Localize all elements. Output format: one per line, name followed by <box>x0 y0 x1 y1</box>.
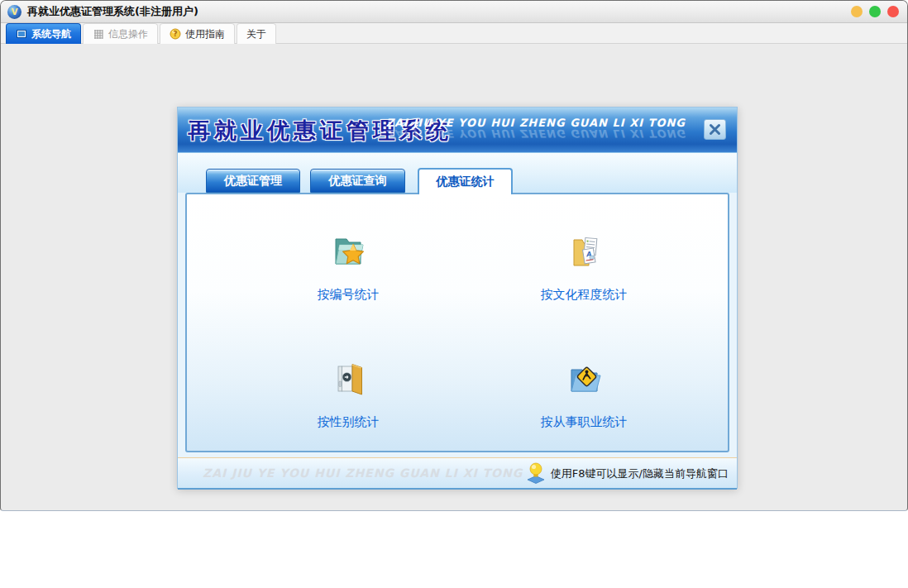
shortcut-label: 按性别统计 <box>318 414 380 430</box>
zoom-button[interactable] <box>869 6 881 17</box>
footer-watermark: ZAI JIU YE YOU HUI ZHENG GUAN LI XI TONG <box>203 466 523 480</box>
title-bar: V 再就业优惠证管理系统(非注册用户) <box>1 1 907 23</box>
shortcut-label: 按从事职业统计 <box>541 414 628 430</box>
dialog-subtitle-block: ZAI JIU YE YOU HUI ZHENG GUAN LI XI TONG… <box>386 117 686 139</box>
shortcut-stats-by-education[interactable]: A 按文化程度统计 <box>501 232 667 303</box>
tab-label: 使用指南 <box>185 27 225 41</box>
shortcut-label: 按文化程度统计 <box>541 287 628 303</box>
shortcut-stats-by-gender[interactable]: 按性别统计 <box>265 360 431 430</box>
desktop: V 再就业优惠证管理系统(非注册用户) 系统导航 <box>0 0 908 588</box>
tab-label: 优惠证统计 <box>437 174 495 189</box>
tab-label: 优惠证查询 <box>329 174 387 189</box>
close-window-button[interactable] <box>887 6 899 17</box>
shortcut-label: 按编号统计 <box>318 287 380 303</box>
dialog-subtitle-reflection: ZAI JIU YE YOU HUI ZHENG GUAN LI XI TONG <box>386 127 686 139</box>
lightbulb-icon <box>525 462 547 485</box>
tab-label: 信息操作 <box>108 27 148 41</box>
app-window: V 再就业优惠证管理系统(非注册用户) 系统导航 <box>0 0 908 511</box>
footer-tip-text: 使用F8键可以显示/隐藏当前导航窗口 <box>551 466 729 481</box>
door-icon <box>328 360 368 399</box>
dialog-footer: ZAI JIU YE YOU HUI ZHENG GUAN LI XI TONG… <box>178 457 737 490</box>
folder-documents-icon: A <box>564 232 604 272</box>
tab-certificate-management[interactable]: 优惠证管理 <box>206 169 300 193</box>
tab-certificate-statistics[interactable]: 优惠证统计 <box>418 168 513 194</box>
folder-star-icon <box>328 232 368 272</box>
help-icon: ? <box>170 28 181 40</box>
tab-system-navigation[interactable]: 系统导航 <box>6 23 81 44</box>
tab-certificate-query[interactable]: 优惠证查询 <box>310 169 405 193</box>
app-logo-icon: V <box>7 5 22 19</box>
main-tab-bar: 系统导航 信息操作 ? 使用指南 <box>1 23 907 44</box>
close-icon <box>709 123 721 136</box>
svg-text:?: ? <box>174 30 178 38</box>
window-controls <box>851 6 899 17</box>
navigation-dialog: 再就业优惠证管理系统 ZAI JIU YE YOU HUI ZHENG GUAN… <box>177 107 738 489</box>
tab-label: 优惠证管理 <box>224 174 282 189</box>
dialog-close-button[interactable] <box>704 119 726 140</box>
statistics-panel: 按编号统计 A <box>185 193 729 452</box>
folder-roadsign-icon <box>564 360 604 399</box>
tab-user-guide[interactable]: ? 使用指南 <box>160 23 235 44</box>
tab-label: 系统导航 <box>31 27 71 41</box>
minimize-button[interactable] <box>851 6 863 17</box>
shortcut-stats-by-number[interactable]: 按编号统计 <box>265 232 431 303</box>
window-title: 再就业优惠证管理系统(非注册用户) <box>27 4 198 19</box>
tab-about[interactable]: 关于 <box>237 23 276 44</box>
dialog-tab-strip: 优惠证管理 优惠证查询 优惠证统计 <box>178 153 737 193</box>
tab-label: 关于 <box>246 27 266 41</box>
shortcut-stats-by-occupation[interactable]: 按从事职业统计 <box>501 360 667 430</box>
tab-info-operations[interactable]: 信息操作 <box>83 23 158 44</box>
grid-icon <box>93 28 104 40</box>
window-navigation-icon <box>16 28 27 40</box>
dialog-header: 再就业优惠证管理系统 ZAI JIU YE YOU HUI ZHENG GUAN… <box>178 108 737 153</box>
footer-tip: 使用F8键可以显示/隐藏当前导航窗口 <box>525 458 729 489</box>
